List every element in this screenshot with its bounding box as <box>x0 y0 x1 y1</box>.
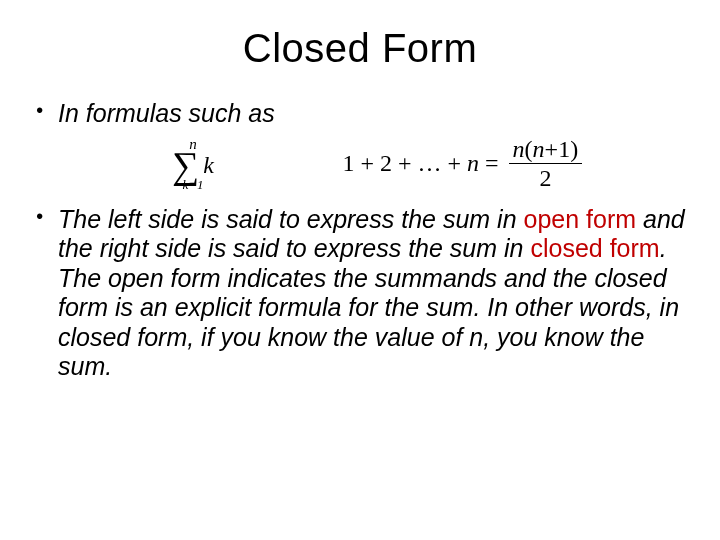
term-open-form: open form <box>524 205 637 233</box>
eq-equals: = <box>479 150 499 176</box>
slide: Closed Form In formulas such as n ∑k k=1… <box>0 0 720 540</box>
sigma-summand: k <box>203 152 214 178</box>
formula-row: n ∑k k=1 1 + 2 + … + n = n(n+1) 2 <box>30 137 690 191</box>
bullet-list-2: The left side is said to express the sum… <box>30 205 690 382</box>
equation: 1 + 2 + … + n = n(n+1) 2 <box>342 137 582 190</box>
bullet-2: The left side is said to express the sum… <box>30 205 690 382</box>
bullet-2-part1: The left side is said to express the sum… <box>58 205 524 233</box>
equation-lhs: 1 + 2 + … + n = <box>342 150 498 177</box>
slide-title: Closed Form <box>30 26 690 71</box>
sigma-body: ∑k <box>172 150 214 180</box>
sigma-symbol: ∑ <box>172 150 199 180</box>
bullet-list: In formulas such as <box>30 99 690 129</box>
bullet-1-text: In formulas such as <box>58 99 275 127</box>
eq-lhs-n: n <box>467 150 479 176</box>
eq-lhs-pre: 1 + 2 + … + <box>342 150 467 176</box>
fraction-numerator: n(n+1) <box>509 137 583 164</box>
fraction: n(n+1) 2 <box>509 137 583 190</box>
bullet-1: In formulas such as <box>30 99 690 129</box>
term-closed-form: closed form <box>530 234 659 262</box>
sigma-notation: n ∑k k=1 <box>128 137 258 191</box>
fraction-denominator: 2 <box>509 164 583 190</box>
